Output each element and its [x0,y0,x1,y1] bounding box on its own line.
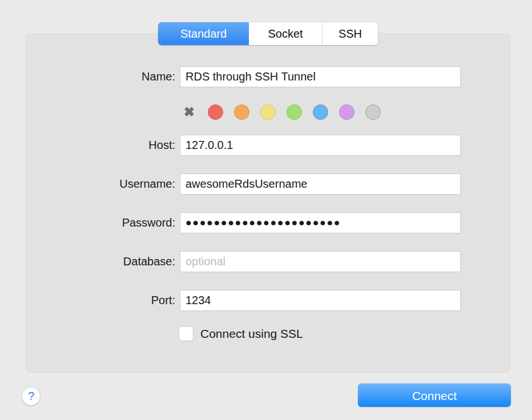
color-swatch-green[interactable] [287,104,302,120]
username-label: Username: [26,173,175,195]
host-input[interactable] [180,135,461,156]
host-label: Host: [26,135,175,156]
color-swatch-blue[interactable] [313,104,328,120]
password-label: Password: [26,212,175,233]
port-input[interactable] [180,290,461,311]
color-swatch-gray[interactable] [365,104,381,120]
connect-button[interactable]: Connect [358,383,511,407]
database-label: Database: [26,251,175,272]
port-label: Port: [26,290,175,311]
database-row: Database: [0,251,532,272]
username-row: Username: [0,173,532,195]
name-row: Name: [0,66,532,87]
name-label: Name: [26,66,175,87]
password-row: Password: [0,212,532,233]
database-input[interactable] [180,251,461,272]
clear-color-icon[interactable]: ✖ [182,104,197,120]
ssl-checkbox-label: Connect using SSL [200,326,303,342]
connection-type-tabs: Standard Socket SSH [158,22,378,45]
color-swatch-purple[interactable] [339,104,354,120]
tab-socket[interactable]: Socket [249,22,322,45]
tab-standard[interactable]: Standard [158,22,249,45]
port-row: Port: [0,290,532,311]
help-button[interactable]: ? [22,387,41,406]
name-input[interactable] [180,66,461,87]
color-swatch-red[interactable] [208,104,223,120]
color-swatch-orange[interactable] [234,104,249,120]
ssl-checkbox[interactable] [179,326,194,341]
username-input[interactable] [180,173,461,195]
host-row: Host: [0,135,532,156]
password-input[interactable] [180,212,461,233]
tab-ssh[interactable]: SSH [322,22,378,45]
color-swatch-yellow[interactable] [260,104,276,120]
color-swatches: ✖ [182,104,381,120]
